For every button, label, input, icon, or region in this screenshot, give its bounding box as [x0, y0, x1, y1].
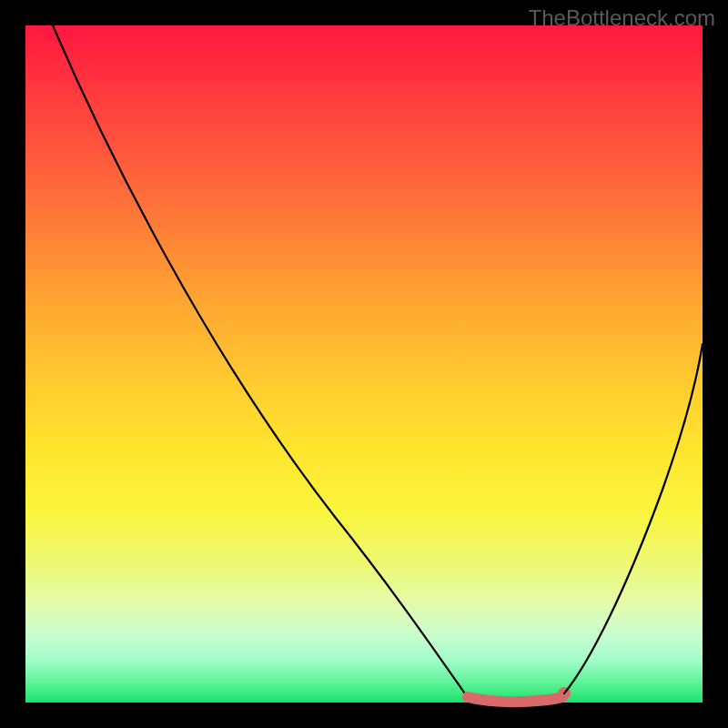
chart-frame: TheBottleneck.com	[0, 0, 728, 728]
gradient-plot-area	[25, 25, 703, 703]
curve-overlay	[25, 25, 703, 703]
curve-left-descent	[53, 25, 473, 701]
curve-right-ascent	[564, 344, 703, 693]
optimum-band	[468, 697, 562, 702]
